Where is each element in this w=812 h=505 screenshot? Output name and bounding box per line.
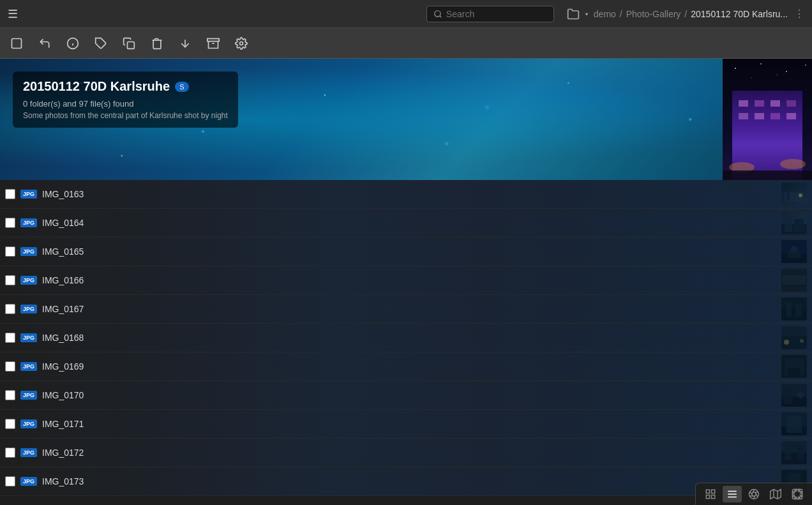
svg-rect-92 <box>799 490 800 492</box>
search-bar[interactable] <box>426 6 554 22</box>
folder-icon[interactable] <box>567 8 580 20</box>
file-checkbox[interactable] <box>5 218 15 228</box>
sort-button[interactable] <box>176 34 194 52</box>
folder-dropdown-icon[interactable] <box>583 11 590 17</box>
svg-rect-8 <box>128 41 135 49</box>
file-checkbox[interactable] <box>5 333 15 343</box>
grid-view-button[interactable] <box>701 486 720 502</box>
breadcrumb-root[interactable]: demo <box>594 9 616 19</box>
search-input[interactable] <box>446 9 536 19</box>
file-row[interactable]: JPG IMG_0165 <box>0 237 812 266</box>
hero-banner: 20150112 70D Karlsruhe S 0 folder(s) and… <box>0 59 812 180</box>
svg-rect-98 <box>801 495 802 497</box>
file-row[interactable]: JPG IMG_0172 <box>0 439 812 467</box>
file-row[interactable]: JPG IMG_0168 <box>0 324 812 352</box>
search-icon <box>433 10 442 19</box>
svg-rect-60 <box>783 389 793 404</box>
file-name: IMG_0167 <box>42 304 781 314</box>
svg-marker-2 <box>585 13 588 15</box>
file-row[interactable]: JPG IMG_0171 <box>0 410 812 439</box>
file-row[interactable]: JPG IMG_0164 <box>0 209 812 237</box>
file-type-badge: JPG <box>20 477 37 486</box>
file-name: IMG_0163 <box>42 189 781 199</box>
file-checkbox[interactable] <box>5 361 15 372</box>
svg-rect-43 <box>788 252 801 258</box>
svg-rect-50 <box>795 304 802 317</box>
svg-point-31 <box>777 75 778 75</box>
svg-rect-34 <box>786 188 790 200</box>
map-view-button[interactable] <box>766 486 785 502</box>
file-name: IMG_0169 <box>42 361 781 372</box>
svg-point-27 <box>760 63 762 64</box>
tag-button[interactable] <box>92 34 110 52</box>
svg-point-28 <box>786 71 787 72</box>
svg-rect-45 <box>783 275 806 285</box>
svg-rect-49 <box>786 303 792 317</box>
svg-marker-87 <box>771 490 781 499</box>
file-name: IMG_0166 <box>42 275 781 285</box>
svg-point-35 <box>799 193 802 197</box>
svg-rect-3 <box>12 38 22 48</box>
file-thumbnail <box>781 298 807 320</box>
return-button[interactable] <box>36 34 54 52</box>
file-checkbox[interactable] <box>5 189 15 199</box>
file-row[interactable]: JPG IMG_0163 <box>0 180 812 209</box>
file-row[interactable]: JPG IMG_0170 <box>0 381 812 410</box>
svg-point-54 <box>800 339 804 343</box>
list-view-button[interactable] <box>723 486 742 502</box>
svg-rect-96 <box>793 495 795 497</box>
file-row[interactable]: JPG IMG_0167 <box>0 295 812 324</box>
file-type-badge: JPG <box>20 448 37 457</box>
svg-rect-67 <box>785 446 791 460</box>
filmstrip-view-button[interactable] <box>788 486 807 502</box>
file-name: IMG_0173 <box>42 476 781 486</box>
file-checkbox[interactable] <box>5 448 15 458</box>
info-button[interactable] <box>64 34 82 52</box>
file-name: IMG_0170 <box>42 390 781 400</box>
svg-rect-16 <box>755 100 764 107</box>
hero-title: 20150112 70D Karlsruhe <box>23 79 170 94</box>
file-checkbox[interactable] <box>5 419 15 429</box>
svg-rect-39 <box>794 219 804 232</box>
file-checkbox[interactable] <box>5 390 15 400</box>
file-row[interactable]: JPG IMG_0166 <box>0 266 812 295</box>
svg-rect-97 <box>801 492 802 493</box>
svg-point-0 <box>435 10 440 16</box>
svg-rect-15 <box>739 100 748 107</box>
file-checkbox[interactable] <box>5 476 15 486</box>
file-type-badge: JPG <box>20 276 37 285</box>
svg-rect-57 <box>788 368 801 375</box>
aperture-view-button[interactable] <box>744 486 763 502</box>
svg-point-12 <box>240 41 243 45</box>
file-thumbnail <box>781 211 807 234</box>
svg-rect-91 <box>795 490 796 492</box>
file-checkbox[interactable] <box>5 304 15 314</box>
main-content: 20150112 70D Karlsruhe S 0 folder(s) and… <box>0 59 812 505</box>
breadcrumb: demo / Photo-Gallery / 20150112 70D Karl… <box>567 8 804 20</box>
file-row[interactable]: JPG IMG_0173 <box>0 467 812 496</box>
bottom-bar <box>695 483 812 505</box>
breadcrumb-mid[interactable]: Photo-Gallery <box>626 9 681 19</box>
svg-point-29 <box>805 64 806 66</box>
copy-button[interactable] <box>120 34 138 52</box>
archive-button[interactable] <box>204 34 222 52</box>
svg-rect-94 <box>799 497 800 499</box>
delete-button[interactable] <box>148 34 166 52</box>
file-checkbox[interactable] <box>5 246 15 257</box>
svg-rect-90 <box>793 490 802 499</box>
svg-rect-73 <box>706 490 709 493</box>
svg-rect-64 <box>786 416 802 433</box>
more-options-icon[interactable]: ⋮ <box>794 8 804 20</box>
menu-icon[interactable]: ☰ <box>8 7 18 21</box>
svg-point-61 <box>797 392 804 398</box>
file-thumbnail <box>781 441 807 464</box>
svg-rect-17 <box>771 100 780 107</box>
settings-button[interactable] <box>232 34 250 52</box>
file-name: IMG_0168 <box>42 333 781 343</box>
file-row[interactable]: JPG IMG_0169 <box>0 352 812 381</box>
file-checkbox[interactable] <box>5 275 15 285</box>
select-all-button[interactable] <box>8 34 26 52</box>
file-thumbnail <box>781 384 807 407</box>
svg-point-24 <box>780 159 806 169</box>
svg-rect-75 <box>706 495 709 499</box>
